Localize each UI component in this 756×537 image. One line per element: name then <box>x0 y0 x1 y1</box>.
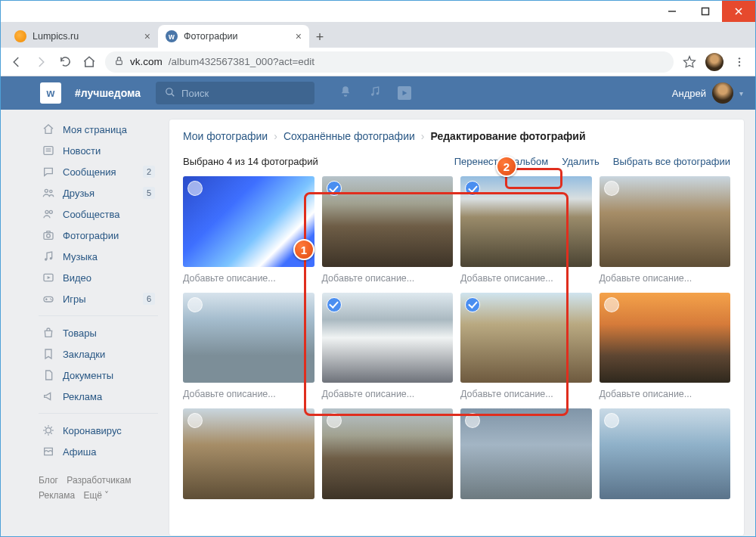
sidebar-item-ads[interactable]: Реклама <box>39 386 158 407</box>
sidebar-item-market[interactable]: Товары <box>39 322 158 343</box>
selection-count: Выбрано 4 из 14 фотографий <box>183 156 318 167</box>
photo-select-checkbox[interactable] <box>327 297 342 312</box>
vk-hashtag[interactable]: #лучшедома <box>75 87 141 99</box>
photo-thumbnail[interactable] <box>600 176 731 267</box>
photo-thumbnail[interactable] <box>322 408 454 499</box>
sidebar-item-friends[interactable]: Друзья5 <box>39 182 158 203</box>
photo-caption-input[interactable]: Добавьте описание... <box>322 272 454 285</box>
photo-caption-input[interactable]: Добавьте описание... <box>322 387 454 401</box>
music-icon[interactable] <box>369 85 381 101</box>
photo-select-checkbox[interactable] <box>604 297 619 312</box>
browser-window: Lumpics.ru × w Фотографии × + vk.com/alb… <box>0 0 756 537</box>
photo-thumbnail[interactable] <box>460 293 592 383</box>
sidebar-item-docs[interactable]: Документы <box>39 365 158 386</box>
tab-close-icon[interactable]: × <box>296 30 302 42</box>
photo-select-checkbox[interactable] <box>327 181 342 196</box>
svg-point-18 <box>49 210 52 213</box>
vk-search-field[interactable]: Поиск <box>156 82 314 104</box>
sidebar-item-groups[interactable]: Сообщества <box>39 203 158 225</box>
photo-caption-input[interactable]: Добавьте описание... <box>183 272 314 285</box>
svg-point-11 <box>376 92 379 95</box>
footer-link-more[interactable]: Ещё ˅ <box>83 490 109 501</box>
sidebar-item-afisha[interactable]: Афиша <box>39 441 158 462</box>
nav-home-button[interactable] <box>81 54 98 70</box>
nav-reload-button[interactable] <box>57 54 73 70</box>
groups-icon <box>42 207 55 221</box>
photo-caption-input[interactable]: Добавьте описание... <box>600 272 731 285</box>
main-panel: Мои фотографии › Сохранённые фотографии … <box>169 119 745 536</box>
photo-select-checkbox[interactable] <box>465 297 480 312</box>
url-field[interactable]: vk.com/album432567381_000?act=edit <box>105 51 674 73</box>
bookmark-star-button[interactable] <box>681 54 698 70</box>
svg-point-10 <box>371 93 373 95</box>
tab-vk-photos[interactable]: w Фотографии × <box>158 25 309 48</box>
select-all-link[interactable]: Выбрать все фотографии <box>613 156 730 167</box>
vk-username: Андрей <box>672 88 706 99</box>
afisha-icon <box>42 445 55 458</box>
sidebar-item-bookmarks[interactable]: Закладки <box>39 343 158 365</box>
nav-back-button[interactable] <box>8 54 25 70</box>
photo-thumbnail[interactable] <box>322 176 454 267</box>
nav-forward-button[interactable] <box>33 54 49 70</box>
crumb-saved-photos[interactable]: Сохранённые фотографии <box>284 130 415 142</box>
photo-select-checkbox[interactable] <box>187 181 203 196</box>
window-minimize-button[interactable] <box>655 1 689 22</box>
photo-thumbnail[interactable] <box>183 408 314 499</box>
sidebar-item-label: Афиша <box>63 446 96 458</box>
crumb-my-photos[interactable]: Мои фотографии <box>183 130 268 142</box>
photo-thumbnail[interactable] <box>600 293 731 383</box>
photo-select-checkbox[interactable] <box>604 181 619 196</box>
photo-select-checkbox[interactable] <box>465 181 480 196</box>
tab-close-icon[interactable]: × <box>144 30 150 42</box>
sidebar-item-music[interactable]: Музыка <box>39 246 158 267</box>
footer-link-developers[interactable]: Разработчикам <box>67 475 131 486</box>
new-tab-button[interactable]: + <box>309 26 330 48</box>
address-bar: vk.com/album432567381_000?act=edit <box>1 48 755 76</box>
sidebar-item-video[interactable]: Видео <box>39 267 158 288</box>
window-titlebar <box>1 1 755 22</box>
window-maximize-button[interactable] <box>689 1 722 22</box>
tab-lumpics[interactable]: Lumpics.ru × <box>7 25 158 48</box>
photo-select-checkbox[interactable] <box>187 413 203 428</box>
photo-thumbnail[interactable] <box>460 176 592 267</box>
photo-caption-input[interactable]: Добавьте описание... <box>460 272 592 285</box>
svg-rect-1 <box>702 8 709 15</box>
photo-thumbnail[interactable] <box>322 293 454 383</box>
sidebar-item-photos[interactable]: Фотографии <box>39 225 158 246</box>
sidebar-item-virus[interactable]: Коронавирус <box>39 420 158 441</box>
video-icon <box>42 271 55 284</box>
svg-point-28 <box>51 300 52 301</box>
sidebar-item-label: Игры <box>63 293 86 305</box>
footer-link-blog[interactable]: Блог <box>39 475 58 486</box>
svg-point-7 <box>739 64 740 66</box>
vk-user-menu[interactable]: Андрей ▾ <box>672 82 743 104</box>
photo-thumbnail[interactable] <box>600 408 731 499</box>
photo-thumbnail[interactable] <box>183 293 314 383</box>
photo-select-checkbox[interactable] <box>327 413 342 428</box>
favicon-lumpics-icon <box>14 30 26 42</box>
photo-card <box>322 408 454 499</box>
user-avatar-icon <box>712 82 733 104</box>
photo-thumbnail[interactable] <box>460 408 592 499</box>
browser-menu-button[interactable] <box>731 54 748 70</box>
photo-select-checkbox[interactable] <box>604 413 619 428</box>
photo-caption-input[interactable]: Добавьте описание... <box>183 387 314 401</box>
sidebar-item-label: Сообщения <box>63 166 116 178</box>
footer-link-ads[interactable]: Реклама <box>39 490 75 501</box>
sidebar-item-news[interactable]: Новости <box>39 140 158 161</box>
delete-link[interactable]: Удалить <box>562 156 600 167</box>
sidebar-item-msg[interactable]: Сообщения2 <box>39 161 158 182</box>
sidebar-item-home[interactable]: Моя страница <box>39 119 158 140</box>
photo-select-checkbox[interactable] <box>465 413 480 428</box>
photo-caption-input[interactable]: Добавьте описание... <box>600 387 731 401</box>
play-icon[interactable] <box>398 86 411 100</box>
window-close-button[interactable] <box>722 1 755 22</box>
docs-icon <box>42 368 55 382</box>
vk-logo-icon[interactable]: w <box>40 82 61 104</box>
photo-select-checkbox[interactable] <box>187 297 203 312</box>
notifications-icon[interactable] <box>339 85 352 101</box>
profile-avatar-button[interactable] <box>705 53 723 71</box>
sidebar-item-games[interactable]: Игры6 <box>39 288 158 309</box>
sidebar-badge: 5 <box>143 187 155 199</box>
photo-caption-input[interactable]: Добавьте описание... <box>460 387 592 401</box>
